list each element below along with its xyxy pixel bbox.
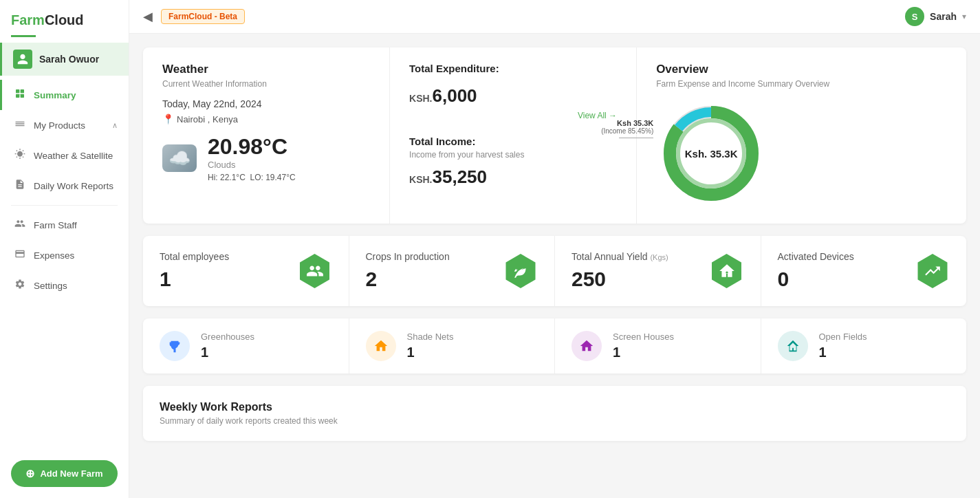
sidebar-item-label-settings: Settings <box>34 281 67 291</box>
svg-rect-3 <box>21 94 24 98</box>
nav-divider-1 <box>11 205 118 206</box>
greenhouses-info: Greenhouses 1 <box>201 332 254 360</box>
weather-temperature: 20.98°C <box>208 134 296 160</box>
top-row: Weather Current Weather Information Toda… <box>143 47 966 224</box>
open-fields-info: Open Fields 1 <box>819 332 867 360</box>
stat-employees-label: Total employees <box>160 251 229 262</box>
stat-devices-info: Activated Devices 0 <box>778 251 854 291</box>
shade-nets-info: Shade Nets 1 <box>407 332 454 360</box>
facility-screen-houses: Screen Houses 1 <box>555 318 761 374</box>
sidebar-item-label-summary: Summary <box>34 90 76 100</box>
sidebar-item-weather[interactable]: Weather & Satellite <box>0 140 129 171</box>
stat-crops-label: Crops In production <box>366 251 450 262</box>
employees-icon <box>298 254 332 288</box>
svg-rect-6 <box>15 125 24 126</box>
beta-badge: FarmCloud - Beta <box>161 9 245 24</box>
sidebar-item-staff[interactable]: Farm Staff <box>0 210 129 240</box>
view-all-link[interactable]: View All → <box>409 111 617 120</box>
svg-rect-2 <box>16 94 19 98</box>
stat-devices-value: 0 <box>778 268 854 291</box>
add-farm-label: Add New Farm <box>40 468 102 479</box>
stat-yield: Total Annual Yield (Kgs) 250 <box>555 236 761 306</box>
pin-icon: 📍 <box>162 113 174 124</box>
weather-subtitle: Current Weather Information <box>162 79 370 89</box>
sidebar-user[interactable]: Sarah Owuor <box>0 43 129 76</box>
topbar-right: S Sarah ▾ <box>905 7 966 26</box>
logo-underline <box>11 35 36 37</box>
screen-houses-count: 1 <box>613 345 674 360</box>
add-farm-button[interactable]: ⊕ Add New Farm <box>11 460 118 487</box>
weather-date: Today, May 22nd, 2024 <box>162 98 370 109</box>
crops-icon <box>503 254 538 288</box>
logo: FarmCloud <box>0 0 129 35</box>
sidebar-item-label-expenses: Expenses <box>34 250 74 261</box>
facility-greenhouses: Greenhouses 1 <box>143 318 349 374</box>
greenhouses-count: 1 <box>201 345 254 360</box>
facility-open-fields: Open Fields 1 <box>761 318 967 374</box>
stat-yield-info: Total Annual Yield (Kgs) 250 <box>571 251 668 291</box>
sidebar-item-reports[interactable]: Daily Work Reports <box>0 171 129 201</box>
shade-nets-count: 1 <box>407 345 454 360</box>
weather-main: ☁️ 20.98°C Clouds Hi: 22.1°C LO: 19.47°C <box>162 134 370 182</box>
income-subtitle: Income from your harvest sales <box>409 150 617 160</box>
donut-chart: Ksh. 35.3K <box>656 98 766 208</box>
summary-icon <box>13 88 27 102</box>
svg-rect-4 <box>15 122 24 122</box>
income-amount: 35,250 <box>433 166 488 187</box>
topbar-chevron-icon[interactable]: ▾ <box>962 12 966 21</box>
weekly-title: Weekly Work Reports <box>160 401 950 413</box>
topbar-user-name: Sarah <box>930 11 957 22</box>
overview-subtitle: Farm Expense and Income Summary Overview <box>656 79 947 89</box>
stat-crops: Crops In production 2 <box>349 236 556 306</box>
stat-crops-info: Crops In production 2 <box>366 251 450 291</box>
topbar-avatar: S <box>905 7 924 26</box>
weather-location: 📍 Nairobi , Kenya <box>162 113 370 124</box>
stat-yield-label: Total Annual Yield (Kgs) <box>571 251 668 262</box>
expenditure-title: Total Expenditure: <box>409 63 617 74</box>
topbar-left: ◀ FarmCloud - Beta <box>143 9 245 24</box>
expenses-icon <box>13 248 27 262</box>
weather-title: Weather <box>162 63 370 76</box>
reports-icon <box>13 179 27 193</box>
weather-description: Clouds <box>208 160 296 170</box>
shade-nets-icon <box>366 331 396 361</box>
open-fields-icon <box>778 331 808 361</box>
open-fields-label: Open Fields <box>819 332 867 342</box>
products-icon <box>13 118 27 132</box>
open-fields-count: 1 <box>819 345 867 360</box>
stat-devices-label: Activated Devices <box>778 251 854 262</box>
stat-employees-value: 1 <box>160 268 229 291</box>
sidebar-item-settings[interactable]: Settings <box>0 270 129 301</box>
sidebar-item-products[interactable]: My Products ∧ <box>0 110 129 140</box>
sidebar-user-name: Sarah Owuor <box>39 54 99 65</box>
sidebar-item-expenses[interactable]: Expenses <box>0 240 129 270</box>
overview-title: Overview <box>656 63 947 76</box>
weather-location-text: Nairobi , Kenya <box>177 114 238 124</box>
sidebar-item-label-products: My Products <box>34 120 85 131</box>
stats-row: Total employees 1 Crops In production 2 <box>143 236 966 306</box>
main-content: ◀ FarmCloud - Beta S Sarah ▾ Weather Cur… <box>129 0 980 498</box>
plus-icon: ⊕ <box>25 467 34 480</box>
expenditure-amount: 6,000 <box>433 85 477 106</box>
staff-icon <box>13 218 27 232</box>
svg-rect-5 <box>15 123 24 124</box>
screen-houses-info: Screen Houses 1 <box>613 332 674 360</box>
settings-icon <box>13 279 27 292</box>
sidebar-item-label-weather: Weather & Satellite <box>34 151 113 161</box>
weekly-subtitle: Summary of daily work reports created th… <box>160 416 950 426</box>
stat-crops-value: 2 <box>366 268 450 291</box>
topbar: ◀ FarmCloud - Beta S Sarah ▾ <box>129 0 980 34</box>
stat-devices: Activated Devices 0 <box>761 236 967 306</box>
donut-center-label: Ksh. 35.3K <box>685 148 738 160</box>
screen-houses-icon <box>571 331 602 361</box>
sidebar: FarmCloud Sarah Owuor Summary My Product… <box>0 0 129 498</box>
shade-nets-label: Shade Nets <box>407 332 454 342</box>
weekly-reports-card: Weekly Work Reports Summary of daily wor… <box>143 386 966 441</box>
svg-rect-1 <box>21 89 24 93</box>
sidebar-item-label-staff: Farm Staff <box>34 220 77 230</box>
sidebar-item-summary[interactable]: Summary <box>0 80 129 110</box>
devices-icon <box>915 254 950 288</box>
collapse-icon[interactable]: ◀ <box>143 9 153 24</box>
legend-annotation-label: Ksh 35.3K <box>601 119 653 127</box>
income-prefix: KSH. <box>409 174 432 185</box>
